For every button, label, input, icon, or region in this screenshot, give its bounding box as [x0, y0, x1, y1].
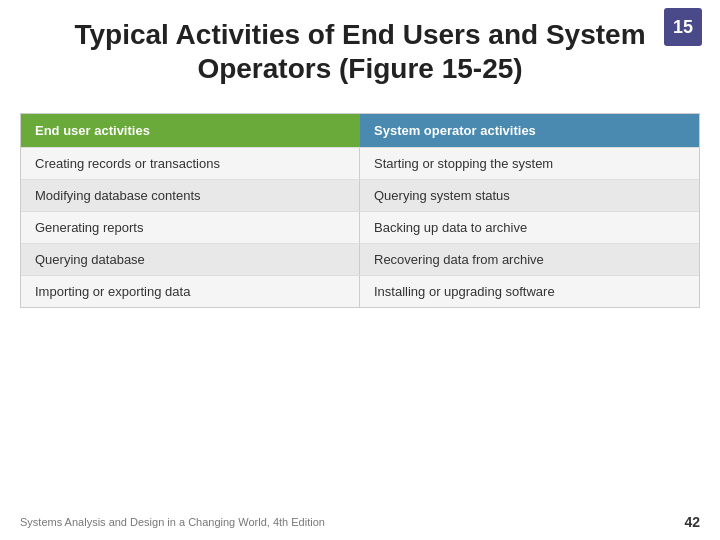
header-cell-left: End user activities	[21, 114, 360, 147]
table-row: Querying databaseRecovering data from ar…	[21, 243, 699, 275]
cell-right: Querying system status	[360, 180, 699, 211]
page-number: 15	[664, 8, 702, 46]
table-row: Modifying database contentsQuerying syst…	[21, 179, 699, 211]
cell-left: Querying database	[21, 244, 360, 275]
table-row: Creating records or transactionsStarting…	[21, 147, 699, 179]
cell-left: Creating records or transactions	[21, 148, 360, 179]
table-header: End user activities System operator acti…	[21, 114, 699, 147]
cell-right: Starting or stopping the system	[360, 148, 699, 179]
main-title: Typical Activities of End Users and Syst…	[20, 18, 700, 85]
cell-left: Modifying database contents	[21, 180, 360, 211]
footer-text: Systems Analysis and Design in a Changin…	[20, 516, 325, 528]
table-body: Creating records or transactionsStarting…	[21, 147, 699, 307]
cell-left: Importing or exporting data	[21, 276, 360, 307]
figure-ref: (Figure 15-25)	[339, 53, 523, 84]
table-row: Generating reportsBacking up data to arc…	[21, 211, 699, 243]
table-row: Importing or exporting dataInstalling or…	[21, 275, 699, 307]
cell-right: Installing or upgrading software	[360, 276, 699, 307]
footer: Systems Analysis and Design in a Changin…	[0, 514, 720, 530]
header-cell-right: System operator activities	[360, 114, 699, 147]
table-container: End user activities System operator acti…	[20, 113, 700, 308]
cell-left: Generating reports	[21, 212, 360, 243]
footer-page: 42	[684, 514, 700, 530]
cell-right: Backing up data to archive	[360, 212, 699, 243]
cell-right: Recovering data from archive	[360, 244, 699, 275]
title-area: Typical Activities of End Users and Syst…	[0, 0, 720, 95]
